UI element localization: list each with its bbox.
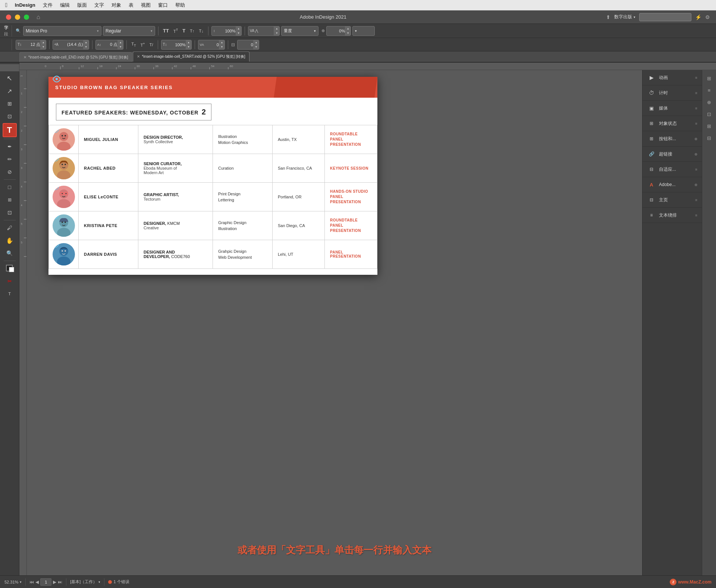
kern-down[interactable]: ▼ bbox=[274, 31, 279, 35]
style-dropdown[interactable]: [基本]（工作） ▾ bbox=[70, 579, 100, 585]
columns-control[interactable]: ▲ ▼ bbox=[237, 40, 259, 50]
settings-icon[interactable]: ⚙ bbox=[705, 14, 710, 20]
right-panel-item-adaptive[interactable]: ⊟ 自适应... ≡ bbox=[643, 162, 702, 177]
page-number-input[interactable] bbox=[40, 578, 51, 586]
zoom-tool[interactable]: 🔍 bbox=[3, 247, 16, 259]
hand-tool[interactable]: ✋ bbox=[3, 235, 16, 246]
right-panel-item-media[interactable]: ▣ 媒体 ≡ bbox=[643, 101, 702, 116]
eyedropper-tool[interactable]: 🖋 bbox=[3, 222, 16, 234]
strip-btn-3[interactable]: ⊕ bbox=[704, 97, 715, 107]
tt-button3[interactable]: T bbox=[181, 28, 187, 34]
menu-layout[interactable]: 版面 bbox=[77, 2, 87, 9]
font-family-input[interactable]: Minion Pro ▾ bbox=[23, 26, 101, 36]
cut-tool[interactable]: ✂ bbox=[3, 275, 16, 287]
pencil-tool[interactable]: ✏ bbox=[3, 153, 16, 165]
tab-close-1[interactable]: ✕ bbox=[23, 55, 26, 59]
measure-down[interactable]: ▼ bbox=[345, 31, 351, 35]
measure-wide-dropdown[interactable]: ▾ bbox=[352, 26, 375, 36]
strip-btn-4[interactable]: ⊡ bbox=[704, 109, 715, 119]
pt-up[interactable]: ▲ bbox=[41, 40, 46, 45]
tt-button1[interactable]: TT bbox=[161, 28, 170, 34]
apple-menu[interactable]:  bbox=[5, 2, 7, 9]
text-tool[interactable]: T bbox=[3, 123, 17, 137]
leading-control[interactable]: ⁴A ▲ ▼ bbox=[53, 40, 89, 50]
fill-stroke[interactable] bbox=[3, 262, 16, 274]
pt-size-control[interactable]: T↕ ▲ ▼ bbox=[16, 40, 46, 50]
pt-size-input[interactable] bbox=[22, 40, 40, 49]
minimize-button[interactable] bbox=[15, 15, 20, 20]
kern-input[interactable] bbox=[259, 26, 274, 35]
tab-2[interactable]: ✕ *insert-image-table-cell_START.indd @ … bbox=[133, 51, 249, 62]
app-name[interactable]: InDesign bbox=[15, 2, 35, 8]
publish-button[interactable]: 数字出版▾ bbox=[614, 14, 635, 20]
right-panel-item-buttons[interactable]: ⊞ 按钮和... ⊕ bbox=[643, 131, 702, 147]
close-button[interactable] bbox=[6, 15, 11, 20]
pen-tool[interactable]: ✒ bbox=[3, 141, 16, 152]
next-btn[interactable]: ▶ bbox=[53, 579, 56, 585]
right-panel-item-master[interactable]: ⊟ 主页 ≡ bbox=[643, 192, 702, 208]
col-up[interactable]: ▲ bbox=[254, 40, 259, 45]
menu-help[interactable]: 帮助 bbox=[175, 2, 185, 9]
right-panel-item-timer[interactable]: ⏱ 计时 ≡ bbox=[643, 85, 702, 101]
menu-object[interactable]: 对象 bbox=[112, 2, 121, 9]
kern-up[interactable]: ▲ bbox=[274, 26, 279, 31]
font-size-control[interactable]: ↕ ▲ ▼ bbox=[211, 26, 242, 36]
error-status[interactable]: 1 个错误 bbox=[108, 579, 129, 585]
eraser-tool[interactable]: ⊘ bbox=[3, 166, 16, 178]
font-size-down[interactable]: ▼ bbox=[236, 31, 241, 35]
kern2-control[interactable]: VA ▲ ▼ bbox=[198, 40, 225, 50]
menu-file[interactable]: 文件 bbox=[43, 2, 53, 9]
font-size-input[interactable] bbox=[216, 26, 236, 35]
strip-btn-6[interactable]: ⊟ bbox=[704, 133, 715, 143]
strip-btn-1[interactable]: ⊞ bbox=[704, 73, 715, 84]
col-down[interactable]: ▼ bbox=[254, 45, 259, 49]
selection-tool[interactable]: ↖ bbox=[3, 72, 16, 84]
direct-select-tool[interactable]: ↗ bbox=[3, 85, 16, 97]
leading-up[interactable]: ▲ bbox=[84, 40, 89, 45]
tt-sub-btn3[interactable]: T/ bbox=[148, 43, 155, 47]
tracking-down[interactable]: ▼ bbox=[118, 45, 123, 49]
tab-1[interactable]: ✕ *insert-image-table-cell_END.indd @ 52… bbox=[19, 52, 132, 62]
grid-tool[interactable]: ⊞ bbox=[3, 194, 16, 206]
font-size-up[interactable]: ▲ bbox=[236, 26, 241, 31]
tt-button2[interactable]: TT bbox=[172, 28, 179, 34]
menu-text[interactable]: 文字 bbox=[94, 2, 104, 9]
right-panel-item-text-wrap[interactable]: ≡ 文本绕排 ≡ bbox=[643, 208, 702, 223]
prev-page-btn[interactable]: ⏮ bbox=[29, 579, 34, 585]
leading-input[interactable] bbox=[59, 40, 83, 49]
transform-tool[interactable]: ⊡ bbox=[3, 207, 16, 218]
right-panel-item-adobe[interactable]: A Adobe... ⊕ bbox=[643, 177, 702, 192]
tracking-control[interactable]: A↕ ▲ ▼ bbox=[95, 40, 124, 50]
gap-tool[interactable]: ⊞ bbox=[3, 98, 16, 110]
menu-window[interactable]: 窗口 bbox=[158, 2, 168, 9]
font-style-input[interactable]: Regular ▾ bbox=[103, 26, 155, 36]
tt-button5[interactable]: T↓ bbox=[197, 29, 205, 33]
measure-pct-input[interactable] bbox=[328, 26, 345, 35]
home-icon[interactable]: ⌂ bbox=[37, 14, 40, 21]
menu-edit[interactable]: 编辑 bbox=[60, 2, 70, 9]
right-panel-item-hyperlink[interactable]: 🔗 超链接 ⊕ bbox=[643, 147, 702, 162]
right-panel-item-object-state[interactable]: ⊞ 对象状态 ≡ bbox=[643, 116, 702, 131]
preview-tool[interactable]: T bbox=[3, 288, 16, 300]
tracking-up[interactable]: ▲ bbox=[118, 40, 123, 45]
crop-tool[interactable]: ⊡ bbox=[3, 110, 16, 122]
frame-tool[interactable]: □ bbox=[3, 181, 16, 193]
kern2-down[interactable]: ▼ bbox=[219, 45, 224, 49]
tab-close-2[interactable]: ✕ bbox=[137, 54, 140, 59]
menu-table[interactable]: 表 bbox=[129, 2, 134, 9]
share-icon[interactable]: ⬆ bbox=[606, 14, 610, 20]
strip-btn-5[interactable]: ⊞ bbox=[704, 121, 715, 131]
canvas[interactable]: STUDIO BROWN BAG SPEAKER SERIES FEATURED… bbox=[27, 70, 642, 575]
tt-button4[interactable]: T↑ bbox=[188, 29, 196, 33]
tt-sub-btn1[interactable]: TT bbox=[130, 42, 137, 47]
next-page-btn[interactable]: ⏭ bbox=[58, 579, 62, 585]
search-input[interactable] bbox=[639, 13, 691, 21]
kern-control[interactable]: VA ⋀ ▲ ▼ bbox=[248, 26, 280, 36]
char-para-toggle[interactable]: 字 段 bbox=[3, 25, 12, 37]
kern2-up[interactable]: ▲ bbox=[219, 40, 224, 45]
tt-sub-btn2[interactable]: T+ bbox=[139, 42, 147, 47]
lightning-icon[interactable]: ⚡ bbox=[695, 14, 701, 20]
right-panel-item-animation[interactable]: ▶ 动画 ≡ bbox=[643, 70, 702, 85]
tracking-input[interactable] bbox=[102, 40, 117, 49]
pt-down[interactable]: ▼ bbox=[41, 45, 46, 49]
